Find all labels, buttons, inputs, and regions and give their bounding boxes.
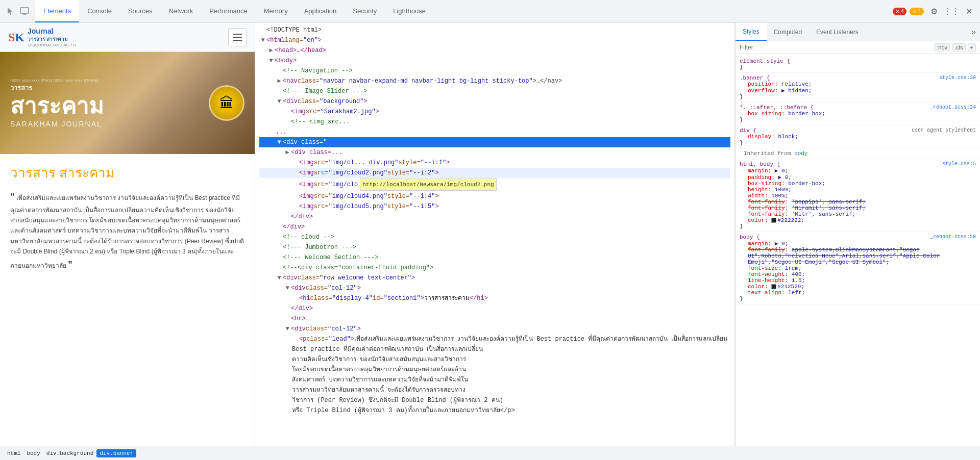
tree-line-p-cont7[interactable]: หรือ Triple Blind (ผู้พิจารณา 3 คน)ทั้งภ… (259, 405, 730, 416)
hero-area: img 472.8 × 104.68 ISSN: xxxx-xxxx (Prin… (0, 52, 255, 154)
css-rule-element-style: element.style { } (736, 56, 980, 73)
tab-network[interactable]: Network (161, 0, 202, 22)
tree-line-div-inner[interactable]: ▶ <div class=... (259, 147, 730, 158)
css-inherited-label: Inherited from body (736, 148, 980, 159)
tree-line-comment-nav[interactable]: <!-- Navigation --> (259, 66, 730, 76)
hov-button[interactable]: :hov (934, 43, 950, 52)
tree-line-comment-cloud[interactable]: <!-- cloud --> (259, 232, 730, 242)
html-tree-panel[interactable]: <!DOCTYPE html> ▼ <html lang="en"> ▶ <he… (255, 23, 735, 446)
tree-line-comment-welcome[interactable]: <!--- Welcome Section ---> (259, 252, 730, 263)
content-body: " เพื่อส่งเสริมและเผยแพร่ผลงานวิชาการ งา… (10, 189, 244, 272)
tree-line-p-cont6[interactable]: วิชาการ (Peer Review) ซึ่งปกติจะมี Doubl… (259, 395, 730, 405)
more-button[interactable]: ⋮⋮ (944, 4, 959, 18)
devtools-icons (0, 5, 35, 17)
tree-line-ellipsis[interactable]: ... (259, 127, 730, 137)
tree-line-p-cont1[interactable]: Best practice ที่มีคุณค่าต่อการพัฒนาสถาบ… (259, 344, 730, 354)
hero-emblem: 🏛 (209, 85, 244, 121)
tree-line-doctype[interactable]: <!DOCTYPE html> (259, 25, 730, 35)
tree-line-close-col1[interactable]: </div> (259, 303, 730, 314)
logo-journal: Journal (28, 27, 76, 35)
tab-sources[interactable]: Sources (120, 0, 161, 22)
hamburger-button[interactable] (228, 28, 247, 46)
tree-line-p-cont5[interactable]: วารสารมหาวิทยาลัยมหาสารคามนี้ จะต้องได้ร… (259, 385, 730, 395)
css-rule-body: body { _reboot.scss:58 margin: ▶ 0; font… (736, 232, 980, 304)
tree-line-h1[interactable]: <h1 class="display-4" id="section1">วารส… (259, 293, 730, 303)
content-title: วารสาร สาระคาม (10, 162, 244, 183)
tree-line-div-background[interactable]: ▼ <div class="background"> (259, 96, 730, 107)
styles-tabs: Styles Computed Event Listeners » (736, 23, 980, 41)
tree-line-comment-img[interactable]: <!-- <img src... (259, 117, 730, 127)
tree-line-p-cont4[interactable]: สังคมศาสตร์ บทความวิชาการและบทความวิจัยท… (259, 375, 730, 385)
tree-line-comment-jumbotron[interactable]: <!--- Jumbotron ---> (259, 242, 730, 252)
breadcrumb-div-banner[interactable]: div.banner (96, 449, 136, 457)
tree-line-img-cloud4[interactable]: <img src="img/cloud4.png" style="--i:4"> (259, 191, 730, 201)
tab-styles[interactable]: Styles (736, 23, 767, 41)
img-url-popup: http://localhost/Newsara/img/cloud2.png (360, 178, 496, 191)
hero-issn: ISSN: xxxx-xxxx (Print) ISSN: xxxx-xxxx … (10, 78, 98, 83)
tab-elements[interactable]: Elements (35, 0, 79, 22)
logo-sk-text: SK (8, 31, 24, 44)
logo-text-block: Journal วารสาร สาระคาม SKJOURNAL.MSU.AC.… (28, 27, 76, 47)
breadcrumb-body[interactable]: body (23, 449, 43, 457)
tab-lighthouse[interactable]: Lighthouse (385, 0, 434, 22)
cls-button[interactable]: .cls (952, 43, 966, 52)
tree-line-hr[interactable]: <hr> (259, 314, 730, 324)
website-panel: SK Journal วารสาร สาระคาม SKJOURNAL.MSU.… (0, 23, 255, 446)
tree-line-close-div1[interactable]: </div> (259, 212, 730, 222)
svg-rect-0 (20, 8, 29, 13)
main-area: SK Journal วารสาร สาระคาม SKJOURNAL.MSU.… (0, 23, 980, 446)
styles-filter-input[interactable] (740, 44, 931, 51)
logo-thai: วารสาร สาระคาม (28, 35, 76, 43)
tree-line-img-cloud1[interactable]: <img src="img/cl... div.png" style="--i:… (259, 158, 730, 168)
tree-line-div-row[interactable]: ▼ <div class="row welcome text-center"> (259, 273, 730, 283)
tree-line-p-cont3[interactable]: โดยมีขอบเขตเนื้อหาครอบคลุมวิทยาการด้านมน… (259, 365, 730, 375)
breadcrumb-div-background[interactable]: div.background (43, 449, 96, 457)
html-body-source[interactable]: style.css:5 (942, 161, 976, 167)
tree-line-img-sarakham[interactable]: <img src="Sarakham2.jpg"> (259, 107, 730, 117)
logo-url: SKJOURNAL.MSU.AC.TH (28, 43, 76, 47)
tree-line-html[interactable]: ▼ <html lang="en"> (259, 35, 730, 45)
tab-computed[interactable]: Computed (767, 23, 809, 41)
tab-application[interactable]: Application (296, 0, 345, 22)
tree-line-img-cloud3[interactable]: <img src="img/clo http://localhost/Newsa… (259, 178, 730, 191)
tree-line-div-selected[interactable]: ▼ <div class=" (259, 137, 730, 147)
cursor-icon[interactable] (4, 5, 16, 17)
tree-line-img-cloud2[interactable]: <img src="img/cloud2.png" style="--i:2"> (259, 168, 730, 178)
tree-line-close-div2[interactable]: </div> (259, 222, 730, 232)
styles-filter-bar: :hov .cls + (736, 41, 980, 54)
site-navbar: SK Journal วารสาร สาระคาม SKJOURNAL.MSU.… (0, 23, 255, 52)
tab-security[interactable]: Security (345, 0, 385, 22)
tree-line-head[interactable]: ▶ <head>…</head> (259, 45, 730, 56)
devtools-tabs-list: Elements Console Sources Network Perform… (35, 0, 434, 22)
tree-line-comment-container[interactable]: <!--<div class="container-fluid padding"… (259, 263, 730, 273)
tab-memory[interactable]: Memory (256, 0, 296, 22)
settings-button[interactable]: ⚙ (927, 4, 941, 18)
styles-panel: Styles Computed Event Listeners » :hov .… (735, 23, 980, 446)
tree-line-p-lead[interactable]: <p class="lead">เพื่อส่งเสริมและเผยแพร่ผ… (259, 334, 730, 344)
tree-line-body[interactable]: ▼ <body> (259, 56, 730, 66)
tree-line-comment-slider[interactable]: <!--- Image Slider ---> (259, 86, 730, 96)
site-logo: SK Journal วารสาร สาระคาม SKJOURNAL.MSU.… (8, 27, 76, 47)
breadcrumb-html[interactable]: html (4, 449, 23, 457)
tree-line-nav[interactable]: ▶ <nav class="navbar navbar-expand-md na… (259, 76, 730, 86)
tree-line-p-cont2[interactable]: ความคิดเห็นเชิงวิชาการ ของนักวิจัยสายสนั… (259, 354, 730, 365)
devtools-content: <!DOCTYPE html> ▼ <html lang="en"> ▶ <he… (255, 23, 980, 446)
devtools-tab-bar: Elements Console Sources Network Perform… (0, 0, 980, 23)
tree-line-img-cloud5[interactable]: <img src="img/cloud5.png" style="--i:5"> (259, 201, 730, 212)
tree-line-div-col12-2[interactable]: ▼ <div class="col-12"> (259, 324, 730, 334)
css-rule-universal: *, ::after, ::before { _reboot.scss:24 b… (736, 103, 980, 125)
hero-big: สาระคาม (10, 95, 104, 118)
tree-line-div-col12-1[interactable]: ▼ <div class="col-12"> (259, 283, 730, 293)
add-style-button[interactable]: + (968, 43, 976, 52)
close-button[interactable]: ✕ (962, 4, 976, 18)
universal-source[interactable]: _reboot.scss:24 (930, 105, 976, 110)
styles-body: element.style { } .banner { style.css:30… (736, 54, 980, 446)
tab-event-listeners[interactable]: Event Listeners (809, 23, 866, 41)
tab-performance[interactable]: Performance (201, 0, 255, 22)
screen-icon[interactable] (18, 5, 31, 17)
body-source[interactable]: _reboot.scss:58 (930, 234, 976, 240)
tab-console[interactable]: Console (79, 0, 120, 22)
banner-source[interactable]: style.css:30 (939, 75, 976, 81)
styles-overflow[interactable]: » (967, 28, 980, 37)
hero-en: SARAKHAM JOURNAL (10, 120, 102, 128)
